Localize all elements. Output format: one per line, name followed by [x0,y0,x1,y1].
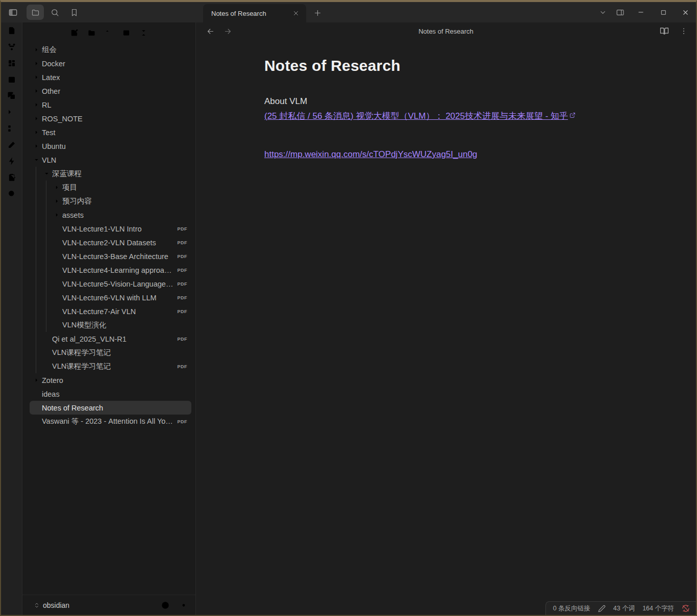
chevron-right-icon[interactable] [33,60,42,67]
tree-item-file[interactable]: VLN-Lecture2-VLN DatasetsPDF [30,236,191,249]
folder-icon [31,8,40,17]
ribbon-zap-button[interactable] [1,153,22,169]
tree-item-file[interactable]: VLN-Lecture7-Air VLNPDF [30,304,191,318]
ribbon-search-button[interactable] [1,186,22,202]
tree-item-folder[interactable]: Latex [30,70,191,84]
chevron-right-icon[interactable] [33,143,42,149]
chevron-right-icon[interactable] [33,74,42,81]
ribbon-copy-button[interactable] [1,88,22,104]
tree-item-folder[interactable]: Ubuntu [30,139,191,153]
chevron-icon [54,212,60,218]
tree-item-file[interactable]: VLN-Lecture5-Vision-Language P...PDF [30,277,191,291]
chevron-right-icon[interactable] [54,184,62,191]
file-type-badge: PDF [173,295,188,300]
chevron-right-icon[interactable] [33,115,42,122]
chevron-right-icon[interactable] [54,198,62,204]
view-header-title: Notes of Research [196,28,696,35]
tree-item-folder[interactable]: 组会 [30,43,191,57]
chevron-right-icon[interactable] [33,46,42,53]
tree-item-file[interactable]: VLN-Lecture3-Base ArchitecturePDF [30,249,191,263]
toggle-right-sidebar-button[interactable] [610,2,630,22]
tree-item-file[interactable]: VLN课程学习笔记 [30,346,191,360]
ribbon-layout-list-button[interactable] [1,120,22,137]
chevron-right-icon[interactable] [33,377,42,383]
chevron-right-icon[interactable] [33,88,42,94]
chevron-right-icon[interactable] [54,212,62,218]
chevron-icon [43,170,50,177]
minimize-button[interactable] [630,2,652,22]
tree-item-folder[interactable]: assets [30,208,191,222]
tree-item-file[interactable]: VLN课程学习笔记PDF [30,360,191,373]
file-type-badge: PDF [173,226,188,232]
arrow-left-icon [206,27,215,36]
new-tab-button[interactable] [310,6,325,20]
tree-item-folder[interactable]: Test [30,125,191,139]
ribbon-layout-dashboard-button[interactable] [1,55,22,71]
chevron-down-icon[interactable] [33,157,42,163]
tree-item-file[interactable]: Notes of Research [30,401,191,415]
tree-item-folder[interactable]: ROS_NOTE [30,112,191,125]
tree-item-folder[interactable]: 深蓝课程 [30,167,191,181]
chevron-right-icon[interactable] [33,129,42,136]
tree-item-file[interactable]: VLN-Lecture4-Learning approachesPDF [30,263,191,277]
collapse-all-button[interactable] [138,27,150,39]
ribbon-graph-button[interactable] [1,39,22,55]
panel-button[interactable] [120,27,133,39]
character-count[interactable]: 164 个字符 [642,604,674,613]
ribbon-pen-button[interactable] [1,137,22,153]
tree-item-folder[interactable]: 预习内容 [30,194,191,208]
new-note-button[interactable] [68,27,81,39]
note-content: Notes of Research About VLM (25 封私信 / 56… [264,40,628,162]
ribbon-calendar-button[interactable] [1,71,22,88]
tree-item-label: ideas [42,390,60,398]
weixin-link[interactable]: https://mp.weixin.qq.com/s/cTOPdjYscWUZy… [264,149,477,159]
new-folder-button[interactable] [86,27,98,39]
close-window-button[interactable] [675,2,696,22]
tree-item-folder[interactable]: RL [30,98,191,112]
sidebar-tab-folder-button[interactable] [27,5,44,20]
reading-mode-button[interactable] [658,25,670,37]
back-button[interactable] [204,25,216,37]
tree-item-file[interactable]: VLN模型演化 [30,318,191,332]
sort-button[interactable] [103,27,115,39]
tree-item-file[interactable]: VLN-Lecture6-VLN with LLMPDF [30,291,191,304]
tree-item-folder[interactable]: 项目 [30,181,191,194]
word-count[interactable]: 43 个词 [613,604,635,613]
panel-icon [122,29,131,37]
tree-item-folder[interactable]: Docker [30,57,191,70]
zhihu-link[interactable]: (25 封私信 / 56 条消息) 视觉大模型（VLM）： 2025技术进展与未… [264,111,568,121]
chevron-right-icon[interactable] [33,101,42,108]
tree-item-file[interactable]: VLN-Lecture1-VLN IntroPDF [30,222,191,236]
tree-item-label: VLN [42,156,56,164]
chevron-icon [33,101,40,108]
vault-switcher[interactable]: obsidian [22,595,195,615]
status-bar: 0 条反向链接 43 个词 164 个字符 [545,601,696,615]
tree-item-label: VLN课程学习笔记 [52,362,111,371]
tree-item-file[interactable]: Vaswani 等 - 2023 - Attention Is All You.… [30,415,191,428]
tree-item-file[interactable]: Qi et al_2025_VLN-R1PDF [30,332,191,346]
tree-item-label: 深蓝课程 [52,169,82,178]
tree-item-folder[interactable]: Zotero [30,373,191,387]
tab-notes-of-research[interactable]: Notes of Research [203,4,306,22]
tree-item-folder[interactable]: VLN [30,153,191,167]
ribbon-file-search-button[interactable] [1,22,22,39]
sidebar-tab-bookmark-button[interactable] [65,5,83,20]
tree-item-folder[interactable]: Other [30,84,191,98]
backlinks-count[interactable]: 0 条反向链接 [553,604,590,613]
tree-item-file[interactable]: ideas [30,387,191,401]
more-options-button[interactable] [678,25,690,37]
ribbon-terminal-button[interactable] [1,104,22,120]
tab-close-button[interactable] [290,7,302,19]
sidebar-tab-search-button[interactable] [46,5,63,20]
ribbon-clipboard-export-button[interactable] [1,169,22,186]
help-button[interactable] [160,600,171,611]
settings-button[interactable] [178,600,189,611]
toggle-left-sidebar-button[interactable] [6,6,19,18]
minimize-icon [637,9,644,16]
forward-button[interactable] [221,25,234,37]
chevron-down-icon[interactable] [43,170,52,177]
tab-list-dropdown-button[interactable] [595,2,610,22]
vault-name[interactable]: obsidian [43,601,69,609]
sync-error-icon[interactable] [682,604,690,612]
maximize-button[interactable] [652,2,675,22]
